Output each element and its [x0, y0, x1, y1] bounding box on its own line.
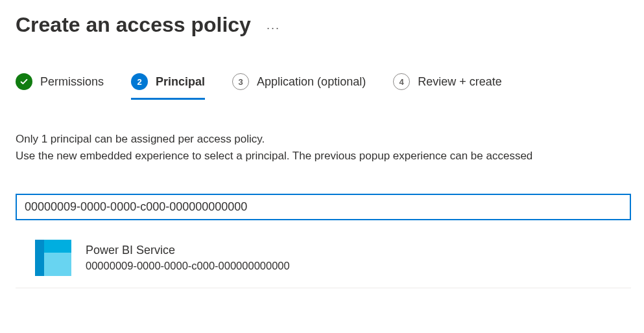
helper-line: Only 1 principal can be assigned per acc…: [16, 131, 631, 148]
step-number-icon: 4: [393, 73, 410, 90]
result-text: Power BI Service 00000009-0000-0000-c000…: [86, 242, 290, 274]
tab-permissions[interactable]: Permissions: [16, 73, 104, 100]
tab-application[interactable]: 3 Application (optional): [232, 73, 366, 100]
search-result-item[interactable]: Power BI Service 00000009-0000-0000-c000…: [16, 229, 631, 288]
tab-principal[interactable]: 2 Principal: [131, 73, 205, 100]
result-name: Power BI Service: [86, 242, 290, 258]
check-icon: [16, 73, 32, 90]
tab-label: Review + create: [418, 75, 502, 89]
page-title: Create an access policy: [16, 13, 251, 37]
wizard-tabs: Permissions 2 Principal 3 Application (o…: [16, 73, 631, 100]
helper-text: Only 1 principal can be assigned per acc…: [16, 131, 631, 165]
tab-label: Principal: [156, 75, 205, 89]
principal-search-input[interactable]: [16, 194, 631, 220]
tab-review-create[interactable]: 4 Review + create: [393, 73, 502, 100]
helper-line: Use the new embedded experience to selec…: [16, 148, 631, 165]
step-number-icon: 3: [232, 73, 249, 90]
step-number-icon: 2: [131, 73, 148, 90]
tab-label: Permissions: [40, 75, 104, 89]
app-tile-icon: [35, 240, 71, 276]
tab-label: Application (optional): [257, 75, 366, 89]
more-icon[interactable]: ···: [267, 15, 280, 35]
result-id: 00000009-0000-0000-c000-000000000000: [86, 258, 290, 274]
